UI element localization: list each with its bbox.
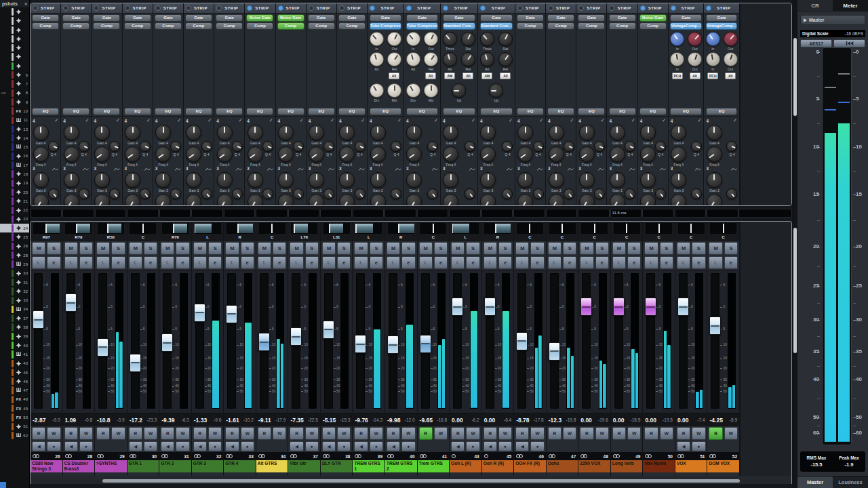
eq-band3-curve-icon[interactable] [52,162,58,174]
channel-list-item[interactable]: 30 [0,269,29,278]
q4-knob[interactable] [293,141,304,152]
pan-control[interactable] [355,223,382,234]
q4-knob[interactable] [502,141,513,152]
mixer-channel[interactable]: CMSLe605101520304050-8.78-17.8RW◀●46OOH … [514,222,547,476]
mute-button[interactable]: M [161,242,174,255]
q3-knob[interactable] [625,188,635,199]
gate-slot-button[interactable]: Gate [578,14,605,22]
read-automation-button[interactable]: R [580,427,593,440]
gate-slot-button[interactable]: Gate [62,14,90,22]
solo-button[interactable]: S [241,242,254,255]
strip-header[interactable]: STRIP [31,3,60,14]
gate-slot-button[interactable]: Gate [480,14,513,22]
eq-band3-curve-icon[interactable] [328,162,334,174]
channel-list-item[interactable]: 39 [0,332,29,341]
pch-button[interactable]: PCH [707,73,718,79]
gain4-knob[interactable] [517,125,533,140]
fader-cap[interactable] [387,336,399,354]
write-automation-button[interactable]: W [530,427,544,440]
channel-list-item[interactable] [0,62,29,70]
strip-header[interactable]: STRIP [638,3,668,14]
channel-list-item[interactable]: 15 [0,142,29,151]
monitor-button[interactable]: ◀ [161,441,174,451]
edit-channel-button[interactable]: e [111,256,125,269]
q3-knob[interactable] [140,188,151,199]
mixer-channel[interactable]: LMSLe605101520304050-1.33-9.6RW◀●32GTR 3 [192,222,224,476]
eq-band4-check-icon[interactable]: ✓ [54,118,58,123]
freq3-knob[interactable] [610,194,625,206]
channel-list-item[interactable]: 18 [0,169,29,178]
strip-header[interactable]: STRIP [61,3,91,14]
strip-header[interactable]: STRIP [245,3,275,14]
channel-list-item[interactable]: 23 [0,215,29,224]
edit-channel-button[interactable]: e [144,256,157,269]
eq-band4-check-icon[interactable]: ✓ [570,118,574,123]
write-automation-button[interactable]: W [241,427,254,440]
gain3-knob[interactable] [443,172,458,188]
out-knob[interactable] [424,32,438,46]
monitor-button[interactable]: ◀ [354,441,368,451]
monitor-button[interactable]: ◀ [484,441,497,451]
record-enable-button[interactable]: ● [466,441,479,451]
fader-cap[interactable] [709,317,721,335]
record-enable-button[interactable]: ● [370,441,383,451]
write-automation-button[interactable]: W [627,427,641,440]
eq-band3-curve-icon[interactable] [507,162,513,174]
listen-button[interactable]: L [258,256,271,269]
gain3-knob[interactable] [94,172,110,188]
mute-button[interactable]: M [290,242,303,255]
monitor-button[interactable]: ◀ [193,441,207,451]
solo-button[interactable]: S [724,242,738,255]
rel-knob[interactable] [387,52,401,66]
freq4-knob[interactable] [125,146,140,162]
fader-cap[interactable] [613,298,625,316]
channel-name[interactable]: Ooh L (R) [450,460,481,472]
channel-list-item[interactable]: 22 [0,206,29,215]
fader-cap[interactable] [516,332,528,350]
edit-channel-button[interactable]: e [305,256,319,269]
comp-slot-button[interactable]: Comp [639,22,667,30]
monitor-button[interactable]: ◀ [225,441,239,451]
channel-list-item[interactable]: 6 [0,70,29,79]
pan-control[interactable] [323,223,350,234]
channel-list-item[interactable]: 13 [0,125,29,134]
eq-band4-check-icon[interactable]: ✓ [698,118,702,123]
q4-knob[interactable] [533,141,544,152]
mute-button[interactable]: M [612,242,626,255]
listen-button[interactable]: L [129,256,142,269]
gate-slot-button[interactable]: Gate [609,14,636,22]
eq-slot-button[interactable]: EQ [277,108,304,115]
fader-track[interactable] [131,273,140,409]
all-button[interactable]: All [462,73,473,79]
listen-button[interactable]: L [290,256,303,269]
edit-channel-button[interactable]: e [530,256,544,269]
pan-control[interactable] [484,223,511,234]
eq-band3-curve-icon[interactable] [236,162,242,174]
all-button[interactable]: All [425,73,436,79]
q3-knob[interactable] [232,188,243,199]
gain4-knob[interactable] [125,125,140,140]
channel-list-item[interactable]: 25 [0,232,29,241]
q3-knob[interactable] [691,188,702,199]
freq3-knob[interactable] [671,194,686,206]
q4-knob[interactable] [201,141,212,152]
gain3-knob[interactable] [517,172,533,188]
q4-knob[interactable] [427,141,438,152]
gate-slot-button[interactable]: Gate [216,14,243,22]
q4-knob[interactable] [594,141,605,152]
channel-list-item[interactable] [0,35,29,43]
mute-button[interactable]: M [129,242,142,255]
gate-slot-button[interactable]: Gate [443,14,475,22]
mixer-channel[interactable]: R79MSLe6051015203040501.09-0.8RW◀●28CS D… [63,222,96,476]
freq4-knob[interactable] [248,146,263,162]
channel-name[interactable]: DOM VOX [707,460,739,472]
freq3-knob[interactable] [248,194,263,206]
eq-band4-check-icon[interactable]: ✓ [662,118,666,123]
rack-vertical-scrollbar-thumb[interactable] [793,38,797,116]
freq3-knob[interactable] [217,194,233,206]
q4-knob[interactable] [140,141,151,152]
write-automation-button[interactable]: W [111,427,125,440]
record-enable-button[interactable]: ● [47,441,60,451]
comp-slot-button[interactable]: VintageComp...or [670,22,701,30]
channel-list-item[interactable]: 45 [0,368,29,377]
